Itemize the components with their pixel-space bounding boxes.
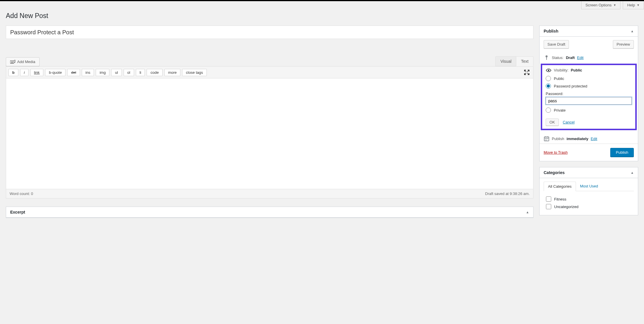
quicktag-ol[interactable]: ol [124, 69, 134, 76]
visibility-label-private[interactable]: Private [554, 108, 565, 112]
visibility-cancel-link[interactable]: Cancel [563, 120, 574, 124]
help-button[interactable]: Help ▼ [623, 1, 644, 9]
quicktag-more[interactable]: more [164, 69, 181, 76]
visibility-value: Public [571, 68, 582, 72]
tab-visual[interactable]: Visual [495, 56, 516, 66]
quicktag-bquote[interactable]: b-quote [45, 69, 65, 76]
add-media-label: Add Media [17, 60, 35, 64]
quicktag-close-tags[interactable]: close tags [182, 69, 207, 76]
quicktag-link[interactable]: link [30, 69, 44, 76]
categories-title: Categories [544, 170, 565, 175]
preview-button[interactable]: Preview [613, 40, 634, 49]
svg-point-2 [14, 62, 15, 63]
visibility-section-highlight: Visibility: Public Public Password prote… [541, 64, 637, 130]
add-media-button[interactable]: Add Media [6, 57, 40, 66]
eye-icon [546, 68, 552, 72]
category-item: Fitness [546, 195, 631, 203]
visibility-label-password[interactable]: Password protected [554, 84, 587, 88]
triangle-up-icon: ▲ [526, 210, 529, 214]
quicktag-img[interactable]: img [96, 69, 109, 76]
svg-rect-0 [10, 60, 14, 63]
password-input[interactable] [546, 97, 632, 105]
svg-rect-14 [546, 140, 547, 140]
quicktag-del[interactable]: del [67, 69, 80, 76]
status-value: Draft [566, 56, 574, 60]
quicktag-ins[interactable]: ins [82, 69, 94, 76]
move-to-trash-link[interactable]: Move to Trash [544, 150, 567, 155]
visibility-radio-password[interactable] [546, 83, 551, 89]
draft-saved-status: Draft saved at 9:38:26 am. [485, 191, 530, 196]
visibility-label: Visibility: [554, 68, 568, 72]
publish-label: Publish [552, 137, 564, 141]
editor-textarea[interactable] [6, 78, 533, 189]
excerpt-title: Excerpt [10, 210, 25, 214]
svg-point-3 [546, 56, 548, 58]
screen-options-label: Screen Options [586, 3, 612, 7]
quicktag-ul[interactable]: ul [111, 69, 122, 76]
svg-rect-11 [546, 139, 547, 139]
quicktag-code[interactable]: code [147, 69, 162, 76]
svg-point-5 [548, 69, 549, 71]
pin-icon [544, 55, 549, 60]
publish-button[interactable]: Publish [610, 148, 634, 157]
post-title-input[interactable] [6, 26, 533, 39]
edit-publish-date-link[interactable]: Edit [591, 137, 597, 141]
tab-text[interactable]: Text [516, 56, 533, 66]
edit-status-link[interactable]: Edit [577, 56, 583, 60]
categories-panel-header[interactable]: Categories ▲ [540, 167, 638, 178]
camera-music-icon [10, 60, 15, 64]
tab-most-used[interactable]: Most Used [576, 182, 602, 191]
svg-point-1 [11, 61, 13, 62]
svg-rect-12 [547, 139, 548, 139]
visibility-ok-button[interactable]: OK [546, 119, 559, 126]
publish-title: Publish [544, 29, 558, 33]
category-label[interactable]: Uncategorized [554, 205, 579, 209]
calendar-icon [544, 136, 549, 141]
password-label: Password: [546, 90, 632, 97]
status-label: Status: [552, 56, 563, 60]
visibility-radio-public[interactable] [546, 76, 551, 81]
fullscreen-icon[interactable] [523, 68, 531, 76]
visibility-label-public[interactable]: Public [554, 76, 564, 81]
category-label[interactable]: Fitness [554, 197, 566, 201]
svg-rect-13 [545, 140, 546, 140]
visibility-radio-private[interactable] [546, 108, 551, 113]
word-count: Word count: 0 [10, 191, 33, 196]
triangle-up-icon: ▲ [631, 29, 634, 33]
publish-immediately: immediately [567, 137, 588, 141]
svg-rect-10 [545, 139, 546, 139]
category-item: Uncategorized [546, 203, 631, 210]
tab-all-categories[interactable]: All Categories [544, 182, 576, 191]
publish-panel-header[interactable]: Publish ▲ [540, 26, 638, 37]
page-title: Add New Post [6, 9, 638, 26]
category-checkbox-uncategorized[interactable] [546, 204, 551, 209]
triangle-down-icon: ▼ [613, 3, 616, 7]
editor-container: b i link b-quote del ins img ul ol li co… [6, 66, 533, 198]
svg-rect-4 [546, 57, 547, 60]
triangle-down-icon: ▼ [637, 3, 640, 7]
screen-options-button[interactable]: Screen Options ▼ [581, 1, 621, 9]
triangle-up-icon: ▲ [631, 171, 634, 174]
quicktag-italic[interactable]: i [20, 69, 29, 76]
excerpt-panel-header[interactable]: Excerpt ▲ [6, 207, 533, 218]
category-checkbox-fitness[interactable] [546, 196, 551, 202]
quicktag-li[interactable]: li [136, 69, 145, 76]
quicktag-bold[interactable]: b [8, 69, 18, 76]
save-draft-button[interactable]: Save Draft [544, 40, 569, 49]
help-label: Help [627, 3, 635, 7]
